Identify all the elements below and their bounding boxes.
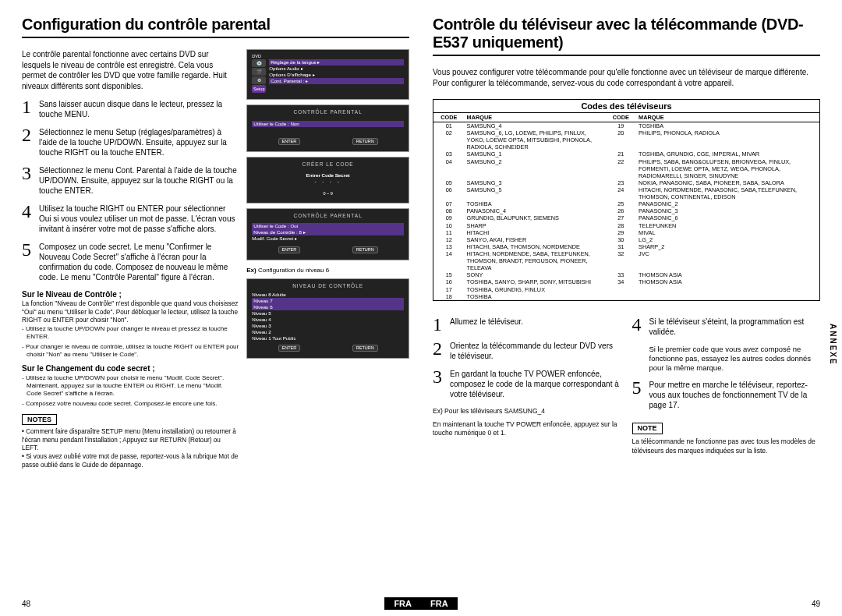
tv-codes-table: Codes des téléviseurs CODE MARQUE CODE M… bbox=[433, 99, 820, 301]
footer-right: FRA 49 bbox=[433, 600, 820, 608]
annexe-tab: ANNEXE bbox=[829, 324, 837, 366]
step-4: 4Utilisez la touche RIGHT ou ENTER pour … bbox=[22, 204, 239, 234]
fra-badge-left: FRA bbox=[384, 597, 421, 610]
note-2: • Si vous avez oublié votre mot de passe… bbox=[22, 453, 239, 469]
table-row: 11HITACHI29MIVAL bbox=[433, 229, 819, 236]
fra-badge-right: FRA bbox=[421, 597, 458, 610]
table-row: 13HITACHI, SABA, THOMSON, NORDMENDE31SHA… bbox=[433, 243, 819, 250]
sub2-b1: - Utilisez la touche UP/DOWN pour choisi… bbox=[22, 374, 239, 398]
enter-button: ENTER bbox=[278, 138, 301, 145]
screen-parental-oui: CONTRÔLE PARENTAL Utiliser le Code : Oui… bbox=[246, 208, 409, 260]
table-row: 12SANYO, AKAI, FISHER30LG_2 bbox=[433, 236, 819, 243]
page-title-right: Contrôle du téléviseur avec la télécomma… bbox=[433, 16, 820, 56]
setup-icon: Setup bbox=[252, 85, 266, 93]
table-row: 16TOSHIBA, SANYO, SHARP, SONY, MITSUBISH… bbox=[433, 278, 819, 285]
sub1-b2: - Pour changer le niveau de contrôle, ut… bbox=[22, 343, 239, 359]
subheading-niveau: Sur le Niveau de Contrôle ; bbox=[22, 290, 239, 299]
subheading-changecode: Sur le Changement du code secret ; bbox=[22, 364, 239, 373]
page-number-48: 48 bbox=[22, 600, 30, 608]
notes-label: NOTES bbox=[22, 414, 57, 425]
intro-right: Vous pouvez configurer votre télécommand… bbox=[433, 67, 820, 88]
screen-setup-menu: DVD 💿 🎬 ⚙ Setup Réglage de la langue ▸ O… bbox=[246, 49, 409, 100]
function-icon: ⚙ bbox=[252, 76, 266, 84]
table-row: 15SONY33THOMSON ASIA bbox=[433, 271, 819, 278]
tv-table-title: Codes des téléviseurs bbox=[433, 100, 819, 112]
table-row: 07TOSHIBA25PANASONIC_2 bbox=[433, 200, 819, 207]
sub1-b1: - Utilisez la touche UP/DOWN pour change… bbox=[22, 325, 239, 342]
table-row: 03SAMSUNG_121TOSHIBA, GRUNDIG, CGE, IMPE… bbox=[433, 150, 819, 158]
example-line: Ex) Pour les téléviseurs SAMSUNG_4 bbox=[433, 407, 621, 416]
steps-list: 1Sans laisser aucun disque dans le lecte… bbox=[22, 99, 239, 282]
table-row: 17TOSHIBA, GRUNDIG, FINLUX bbox=[433, 286, 819, 293]
intro-left: Le contrôle parental fonctionne avec cer… bbox=[22, 49, 239, 91]
disc-menu-icon: 💿 bbox=[252, 59, 266, 67]
table-row: 18TOSHIBA bbox=[433, 293, 819, 300]
screen-level-list: NIVEAU DE CONTRÔLE Niveau 8 Adulte Nivea… bbox=[246, 278, 409, 359]
remote-steps-right: 4Si le téléviseur s'éteint, la programma… bbox=[632, 317, 821, 455]
step-1: 1Sans laisser aucun disque dans le lecte… bbox=[22, 99, 239, 119]
example-body: En maintenant la touche TV POWER enfoncé… bbox=[433, 420, 621, 437]
screen-create-code: CRÉER LE CODE Entrer Code Secret - - - -… bbox=[246, 157, 409, 204]
page-title-left: Configuration du contrôle parental bbox=[22, 16, 409, 38]
screenshots-column: DVD 💿 🎬 ⚙ Setup Réglage de la langue ▸ O… bbox=[246, 49, 409, 469]
remote-steps-left: 1Allumez le téléviseur. 2Orientez la tél… bbox=[433, 317, 621, 455]
table-row: 01SAMSUNG_419TOSHIBA bbox=[433, 122, 819, 130]
title-menu-icon: 🎬 bbox=[252, 68, 266, 76]
table-row: 09GRUNDIG, BLAUPUNKT, SIEMENS27PANASONIC… bbox=[433, 214, 819, 221]
sub2-b2: - Composez votre nouveau code secret. Co… bbox=[22, 400, 239, 408]
note-1: • Comment faire disparaître SETUP menu (… bbox=[22, 428, 239, 453]
left-text-column: Le contrôle parental fonctionne avec cer… bbox=[22, 49, 239, 469]
footer-left: 48 FRA bbox=[22, 600, 409, 608]
page-number-49: 49 bbox=[812, 600, 820, 608]
page-48: Configuration du contrôle parental Le co… bbox=[22, 16, 409, 608]
note-label-right: NOTE bbox=[632, 423, 663, 435]
step-3: 3Sélectionnez le menu Cont. Parental à l… bbox=[22, 165, 239, 196]
sub1-body: La fonction "Niveau de Contrôle" n'est d… bbox=[22, 300, 239, 325]
setup-sidebar-icons: 💿 🎬 ⚙ Setup bbox=[252, 59, 266, 93]
caption-ex6: Ex) Ex) Configuration du niveau 6Configu… bbox=[246, 267, 409, 274]
table-row: 02SAMSUNG_6, LG, LOEWE, PHILIPS, FINLUX,… bbox=[433, 129, 819, 150]
table-row: 08PANASONIC_426PANASONIC_3 bbox=[433, 207, 819, 214]
table-row: 04SAMSUNG_222PHILIPS, SABA, BANG&OLUFSEN… bbox=[433, 158, 819, 179]
table-row: 10SHARP28TELEFUNKEN bbox=[433, 222, 819, 229]
table-row: 05SAMSUNG_323NOKIA, PANASONIC, SABA, PIO… bbox=[433, 179, 819, 186]
table-row: 06SAMSUNG_524HITACHI, NORDMENDE, PANASON… bbox=[433, 186, 819, 200]
screen-parental-non: CONTRÔLE PARENTAL Utiliser le Code : Non… bbox=[246, 104, 409, 152]
return-button: RETURN bbox=[352, 138, 378, 145]
step-5: 5Composez un code secret. Le menu "Confi… bbox=[22, 242, 239, 282]
page-49: Contrôle du téléviseur avec la télécomma… bbox=[433, 16, 820, 608]
note-body-right: La télécommande ne fonctionne pas avec t… bbox=[632, 437, 821, 455]
table-row: 14HITACHI, NORDMENDE, SABA, TELEFUNKEN, … bbox=[433, 250, 819, 271]
step-2: 2Sélectionnez le menu Setup (réglages/pa… bbox=[22, 127, 239, 158]
